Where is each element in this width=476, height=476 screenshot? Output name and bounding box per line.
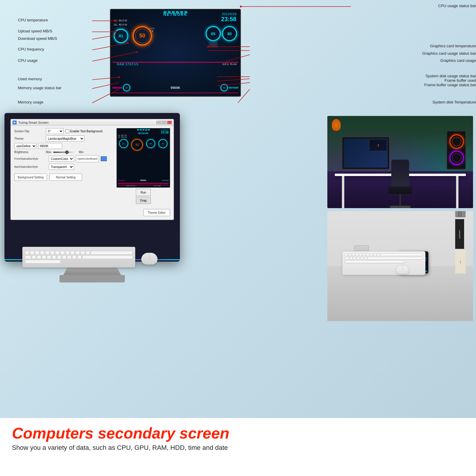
desk-keyboard xyxy=(342,251,425,275)
mini-center-gauge: 50 xyxy=(131,139,143,150)
main-heading: Computers secondary screen xyxy=(12,425,464,441)
normal-setting-button[interactable]: Normal Setting xyxy=(49,174,82,181)
front-status-row: FrontStatusBarStyle CustomColor OpenColo… xyxy=(14,155,114,162)
desk-scene: DIGITAL DISPLAY 60 95 32° 38% 33.1 2022/… xyxy=(327,211,473,321)
minimize-button[interactable]: ─ xyxy=(156,121,161,124)
theme-editor-button[interactable]: Theme Editor xyxy=(143,209,170,216)
mouse xyxy=(141,253,158,265)
brightness-min: Min xyxy=(79,150,84,154)
screen-flip-label: Screen Flip xyxy=(14,130,44,133)
back-status-row: BackStatusBarStyle Transparent xyxy=(14,164,114,170)
theme-row: Theme LandscapeMagicBlue xyxy=(14,136,114,142)
pc-tower xyxy=(447,131,466,169)
svg-line-11 xyxy=(92,83,119,89)
books: #GIRLBOSS 7. INC. xyxy=(455,211,466,274)
svg-line-21 xyxy=(217,83,250,86)
large-monitor: ■ Turing Smart Screen ─ □ ✕ Screen Flip … xyxy=(4,113,180,285)
desk-leg-right xyxy=(456,176,458,208)
svg-point-3 xyxy=(115,31,117,33)
theme-editor-area: Theme Editor xyxy=(143,209,170,216)
mini-labels: RAM STATUS GPU RAM xyxy=(117,185,170,187)
svg-line-4 xyxy=(92,35,116,39)
back-status-label: BackStatusBarStyle xyxy=(14,165,47,168)
brightness-label: Brightness xyxy=(14,150,44,154)
monitor-screen: ■ Turing Smart Screen ─ □ ✕ Screen Flip … xyxy=(4,113,180,262)
gaming-room-photo: › xyxy=(327,116,473,208)
color-swatch[interactable] xyxy=(101,156,107,161)
svg-point-16 xyxy=(207,46,209,48)
back-status-select[interactable]: Transparent xyxy=(49,164,74,170)
mini-circles: 81 50 65 80 xyxy=(117,138,170,152)
app-title: Turing Smart Screen xyxy=(18,121,155,124)
test-bg-check[interactable] xyxy=(65,129,69,133)
front-status-select[interactable]: CustomColor xyxy=(49,156,74,162)
brightness-row: Brightness Max Min xyxy=(14,150,114,154)
svg-line-20 xyxy=(217,79,250,81)
user-define-row: userDefine1 xyxy=(14,143,114,149)
app-body: Screen Flip 0° Enable Test Background Th… xyxy=(11,126,174,206)
test-bg-label: Enable Test Background xyxy=(70,130,102,133)
orange-decor xyxy=(332,119,341,131)
window-controls: ─ □ ✕ xyxy=(156,121,172,124)
keyboard-row1 xyxy=(25,251,133,255)
app-form: Screen Flip 0° Enable Test Background Th… xyxy=(14,128,114,204)
desk-leg-left xyxy=(342,176,344,208)
gaming-chair xyxy=(388,160,412,208)
mini-gauge2: 65 xyxy=(146,139,155,148)
mini-datetime: 2022/6/28 23:58 xyxy=(161,129,169,134)
svg-line-9 xyxy=(92,77,119,80)
svg-line-5 xyxy=(92,43,128,50)
enable-test-bg-checkbox[interactable]: Enable Test Background xyxy=(65,129,102,133)
brightness-slider[interactable] xyxy=(53,152,77,153)
svg-line-22 xyxy=(238,89,250,103)
open-color-board-button[interactable]: OpenColorBoard xyxy=(76,155,99,162)
theme-select[interactable]: LandscapeMagicBlue xyxy=(46,136,84,142)
app-window: ■ Turing Smart Screen ─ □ ✕ Screen Flip … xyxy=(10,119,174,220)
svg-line-18 xyxy=(226,55,250,61)
app-titlebar: ■ Turing Smart Screen ─ □ ✕ xyxy=(11,119,174,126)
annotation-lines xyxy=(0,0,476,116)
sub-heading: Show you a variety of data, such as CPU,… xyxy=(12,444,464,452)
svg-point-10 xyxy=(118,76,120,78)
svg-point-8 xyxy=(136,51,138,53)
drag-button[interactable]: Drag xyxy=(136,197,151,204)
keyboard-row3 xyxy=(25,260,133,263)
run-button[interactable]: Run xyxy=(136,189,151,196)
brightness-max: Max xyxy=(46,150,51,154)
top-section: CPU temperature Upload speed MB/S Downlo… xyxy=(0,0,476,116)
bottom-text-section: Computers secondary screen Show you a va… xyxy=(0,418,476,476)
run-drag-buttons: Run Drag xyxy=(117,189,170,204)
svg-point-6 xyxy=(127,42,129,44)
gaming-monitor: › xyxy=(342,137,389,169)
svg-point-14 xyxy=(240,6,242,7)
app-icon: ■ xyxy=(12,120,17,125)
close-button[interactable]: ✕ xyxy=(167,121,172,124)
mini-gauge3: 80 xyxy=(158,139,167,148)
monitor-foot xyxy=(59,275,125,282)
bottom-buttons: Background Setting Normal Setting xyxy=(14,174,114,181)
theme-label: Theme xyxy=(14,137,44,140)
front-status-label: FrontStatusBarStyle xyxy=(14,157,47,160)
user-define-select[interactable]: userDefine1 xyxy=(14,143,37,149)
keyboard-row2 xyxy=(25,255,133,259)
mini-bottom-stats: 85804M 9900K 88765M xyxy=(118,179,169,181)
svg-line-12 xyxy=(92,89,119,103)
keyboard xyxy=(22,247,135,268)
right-panel: › xyxy=(327,116,476,342)
maximize-button[interactable]: □ xyxy=(162,121,166,124)
mini-gauge1: 81 xyxy=(119,139,128,148)
screen-flip-select[interactable]: 0° xyxy=(46,128,64,134)
mini-gaming-screen: NETWORK 2022/6/28 23:58 UL: 80.0 M DL: 8… xyxy=(117,128,170,188)
svg-line-7 xyxy=(92,52,137,61)
cpu-input[interactable] xyxy=(38,143,62,149)
screen-flip-row: Screen Flip 0° Enable Test Background xyxy=(14,128,114,134)
svg-point-1 xyxy=(115,20,117,22)
mini-progress-bar1 xyxy=(118,183,169,184)
bg-setting-button[interactable]: Background Setting xyxy=(14,174,47,181)
desk-mouse xyxy=(396,265,409,274)
